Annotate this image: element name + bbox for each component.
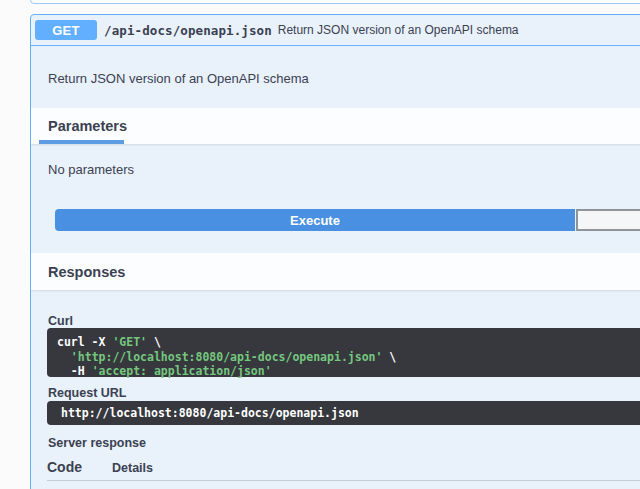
clear-button[interactable] [576,209,640,231]
previous-operation-block[interactable] [30,0,640,4]
request-url-value: http://localhost:8080/api-docs/openapi.j… [47,401,640,425]
operation-description: Return JSON version of an OpenAPI schema [48,71,309,86]
curl-line: 'http://localhost:8080/api-docs/openapi.… [57,350,634,365]
response-table-divider [47,480,640,481]
operation-block-get: GET /api-docs/openapi.json Return JSON v… [30,14,640,489]
swagger-ui-page: GET /api-docs/openapi.json Return JSON v… [0,0,640,489]
response-code-column-header: Code [47,459,82,475]
curl-command[interactable]: curl -X 'GET' \ 'http://localhost:8080/a… [47,328,640,377]
parameters-section-header: Parameters [31,108,640,144]
execute-button[interactable]: Execute [55,209,575,231]
parameters-tab[interactable]: Parameters [48,118,127,134]
responses-title: Responses [48,264,125,280]
response-details-column-header: Details [112,461,153,475]
active-tab-underline [39,140,124,144]
no-parameters-message: No parameters [48,162,134,177]
curl-label: Curl [48,314,73,328]
operation-summary-text: Return JSON version of an OpenAPI schema [278,23,519,37]
curl-line: curl -X 'GET' \ [57,335,634,350]
request-url-label: Request URL [48,386,126,400]
curl-line: -H 'accept: application/json' [57,364,634,379]
operation-summary[interactable]: GET /api-docs/openapi.json Return JSON v… [31,15,640,46]
server-response-label: Server response [48,436,146,450]
http-method-badge: GET [35,20,97,40]
operation-path: /api-docs/openapi.json [104,23,272,38]
responses-section-header: Responses [31,253,640,290]
